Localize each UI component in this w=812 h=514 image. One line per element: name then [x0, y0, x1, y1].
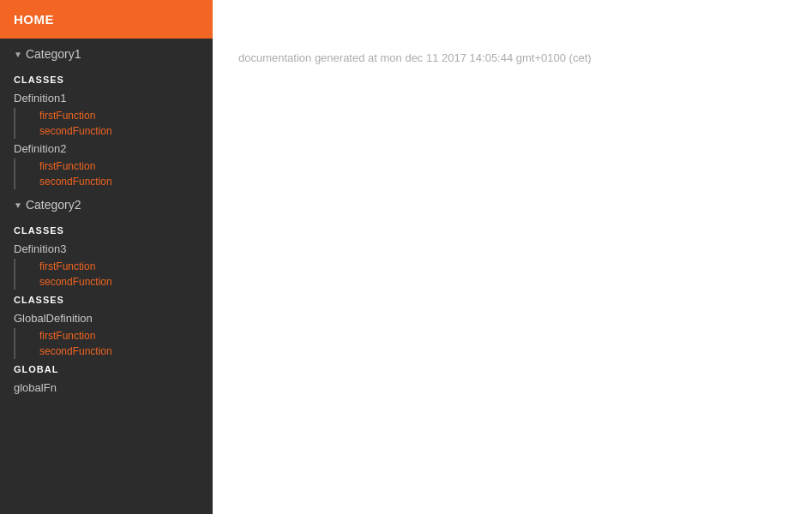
definition3-firstfunction[interactable]: firstFunction	[14, 259, 213, 274]
category2-header[interactable]: ▼ Category2	[0, 189, 213, 220]
definition2-item[interactable]: Definition2	[0, 139, 213, 158]
category2-arrow: ▼	[14, 200, 22, 210]
classes-label-3: CLASSES	[0, 290, 213, 308]
globalfn-item[interactable]: globalFn	[0, 378, 213, 397]
global-label: GLOBAL	[0, 359, 213, 378]
category1-arrow: ▼	[14, 50, 22, 59]
definition2-secondfunction[interactable]: secondFunction	[14, 174, 213, 189]
globaldefinition-firstfunction[interactable]: firstFunction	[14, 328, 213, 344]
definition1-firstfunction[interactable]: firstFunction	[14, 108, 213, 123]
sidebar: HOME ▼ Category1 CLASSES Definition1 fir…	[0, 0, 213, 514]
classes-label-1: CLASSES	[0, 69, 213, 88]
definition1-secondfunction[interactable]: secondFunction	[14, 123, 213, 139]
globaldefinition-item[interactable]: GlobalDefinition	[0, 308, 213, 328]
main-content: documentation generated at mon dec 11 20…	[213, 0, 812, 514]
globaldefinition-secondfunction[interactable]: secondFunction	[14, 344, 213, 359]
definition3-item[interactable]: Definition3	[0, 239, 213, 259]
category1-header[interactable]: ▼ Category1	[0, 39, 213, 69]
definition2-firstfunction[interactable]: firstFunction	[14, 158, 213, 174]
definition3-secondfunction[interactable]: secondFunction	[14, 274, 213, 290]
doc-generated-text: documentation generated at mon dec 11 20…	[238, 51, 786, 64]
category1-label: Category1	[26, 47, 81, 61]
home-link[interactable]: HOME	[0, 0, 213, 39]
classes-label-2: CLASSES	[0, 220, 213, 239]
category2-label: Category2	[26, 198, 81, 212]
definition1-item[interactable]: Definition1	[0, 88, 213, 108]
